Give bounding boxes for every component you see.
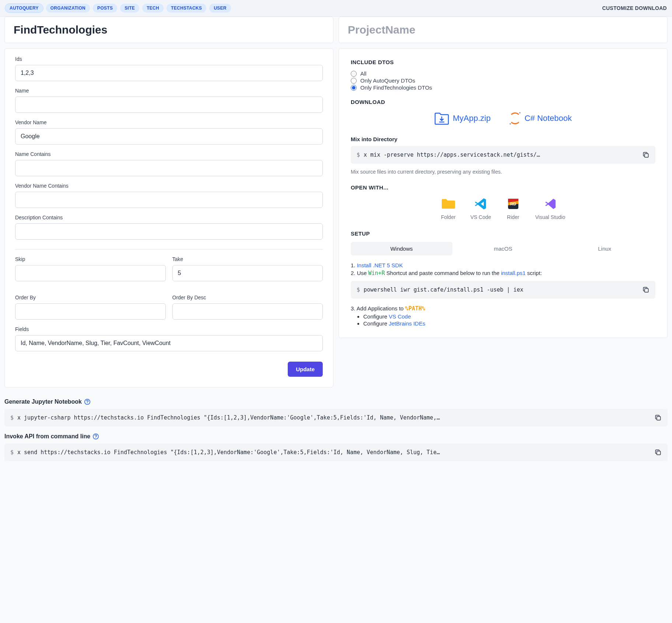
configure-jetbrains-item: Configure JetBrains IDEs xyxy=(363,320,655,327)
os-tab-macos[interactable]: macOS xyxy=(452,242,554,255)
svg-rect-0 xyxy=(645,154,648,157)
description-contains-label: Description Contains xyxy=(15,215,323,220)
orderby-label: Order By xyxy=(15,295,166,300)
copy-icon[interactable] xyxy=(654,414,662,421)
include-dtos-header: INCLUDE DTOS xyxy=(351,59,655,65)
configure-vscode-link[interactable]: VS Code xyxy=(389,313,411,320)
name-contains-input[interactable] xyxy=(15,160,323,176)
radio-findtech-row[interactable]: Only FindTechnologies DTOs xyxy=(351,84,655,91)
zip-folder-icon xyxy=(434,112,449,125)
svg-rect-3 xyxy=(645,289,648,292)
prompt-icon: $ xyxy=(357,152,360,158)
name-contains-label: Name Contains xyxy=(15,151,323,157)
mix-hint: Mix source files into current directory,… xyxy=(351,169,655,175)
install-dotnet-link[interactable]: Install .NET 5 SDK xyxy=(357,262,403,268)
jupyter-icon xyxy=(509,112,521,124)
page-title: FindTechnologies xyxy=(14,24,324,36)
openwith-vs-label: Visual Studio xyxy=(535,214,565,220)
copy-icon[interactable] xyxy=(642,286,650,293)
openwith-vscode[interactable]: VS Code xyxy=(470,196,491,220)
jupyter-command-text: x jupyter-csharp https://techstacks.io F… xyxy=(17,414,651,421)
mix-heading: Mix into Directory xyxy=(351,136,655,142)
prompt-icon: $ xyxy=(10,414,14,421)
install-ps1-link[interactable]: install.ps1 xyxy=(501,270,526,276)
vendor-name-contains-input[interactable] xyxy=(15,192,323,208)
configure-jetbrains-link[interactable]: JetBrains IDEs xyxy=(389,320,425,327)
tag-tech[interactable]: TECH xyxy=(142,4,164,13)
svg-text:RD: RD xyxy=(510,202,516,206)
tag-techstacks[interactable]: TECHSTACKS xyxy=(167,4,206,13)
setup-step-1: 1. Install .NET 5 SDK xyxy=(351,262,655,268)
svg-rect-5 xyxy=(657,417,661,420)
svg-rect-7 xyxy=(657,451,661,455)
openwith-folder[interactable]: Folder xyxy=(441,196,456,220)
customize-download-link[interactable]: CUSTOMIZE DOWNLOAD xyxy=(602,5,667,11)
copy-icon[interactable] xyxy=(642,151,650,159)
orderbydesc-input[interactable] xyxy=(172,303,323,320)
radio-all[interactable] xyxy=(351,71,357,77)
radio-autoquery-row[interactable]: Only AutoQuery DTOs xyxy=(351,77,655,84)
rider-icon: RD xyxy=(506,196,521,211)
setup-header: SETUP xyxy=(351,230,655,237)
invoke-heading: Invoke API from command line xyxy=(4,433,668,440)
copy-icon[interactable] xyxy=(654,449,662,456)
skip-label: Skip xyxy=(15,256,166,262)
update-button[interactable]: Update xyxy=(288,362,323,377)
vendor-name-input[interactable] xyxy=(15,128,323,145)
openwith-rider[interactable]: RD Rider xyxy=(506,196,521,220)
os-tab-linux[interactable]: Linux xyxy=(554,242,655,255)
jupyter-heading: Generate Jupyter Notebook xyxy=(4,398,668,405)
openwith-vscode-label: VS Code xyxy=(470,214,491,220)
download-header: DOWNLOAD xyxy=(351,99,655,105)
openwith-folder-label: Folder xyxy=(441,214,456,220)
orderby-input[interactable] xyxy=(15,303,166,320)
openwith-rider-label: Rider xyxy=(507,214,519,220)
vendor-name-contains-label: Vendor Name Contains xyxy=(15,183,323,189)
openwith-vs[interactable]: Visual Studio xyxy=(535,196,565,220)
download-zip-link[interactable]: MyApp.zip xyxy=(434,112,491,125)
setup-step-3: 3. Add Applications to %PATH% xyxy=(351,305,655,312)
ids-input[interactable] xyxy=(15,65,323,81)
skip-input[interactable] xyxy=(15,265,166,281)
ps-command-block: $ powershell iwr gist.cafe/install.ps1 -… xyxy=(351,281,655,299)
kbd-winr: Win+R xyxy=(368,270,385,276)
vscode-icon xyxy=(473,196,488,211)
download-notebook-link[interactable]: C# Notebook xyxy=(509,112,572,125)
invoke-command-block: $ x send https://techstacks.io FindTechn… xyxy=(4,443,668,461)
path-env: %PATH% xyxy=(405,305,425,312)
mix-command-block: $ x mix -preserve https://apps.servicest… xyxy=(351,146,655,164)
jupyter-command-block: $ x jupyter-csharp https://techstacks.io… xyxy=(4,409,668,427)
radio-autoquery[interactable] xyxy=(351,78,357,84)
folder-icon xyxy=(441,196,456,211)
radio-all-label: All xyxy=(360,70,367,77)
os-tab-windows[interactable]: Windows xyxy=(351,242,452,255)
tag-organization[interactable]: ORGANIZATION xyxy=(46,4,90,13)
tag-user[interactable]: USER xyxy=(209,4,231,13)
right-panel: INCLUDE DTOS All Only AutoQuery DTOs Onl… xyxy=(339,48,668,338)
help-icon[interactable] xyxy=(92,433,99,440)
visual-studio-icon xyxy=(543,196,558,211)
tag-posts[interactable]: POSTS xyxy=(93,4,117,13)
name-label: Name xyxy=(15,88,323,94)
help-icon[interactable] xyxy=(84,398,91,405)
prompt-icon: $ xyxy=(357,286,360,293)
radio-autoquery-label: Only AutoQuery DTOs xyxy=(360,77,415,84)
vendor-name-label: Vendor Name xyxy=(15,119,323,125)
tag-autoquery[interactable]: AUTOQUERY xyxy=(5,4,43,13)
orderbydesc-label: Order By Desc xyxy=(172,295,323,300)
openwith-header: OPEN WITH... xyxy=(351,184,655,191)
take-input[interactable] xyxy=(172,265,323,281)
project-name-input[interactable] xyxy=(348,24,658,36)
project-name-card xyxy=(339,17,668,43)
description-contains-input[interactable] xyxy=(15,223,323,240)
ids-label: Ids xyxy=(15,56,323,62)
fields-label: Fields xyxy=(15,326,323,332)
radio-all-row[interactable]: All xyxy=(351,70,655,77)
configure-vscode-item: Configure VS Code xyxy=(363,313,655,320)
invoke-command-text: x send https://techstacks.io FindTechnol… xyxy=(17,449,651,456)
name-input[interactable] xyxy=(15,97,323,113)
tag-site[interactable]: SITE xyxy=(120,4,139,13)
radio-findtech-label: Only FindTechnologies DTOs xyxy=(360,84,432,91)
fields-input[interactable] xyxy=(15,335,323,351)
radio-findtech[interactable] xyxy=(351,85,357,91)
